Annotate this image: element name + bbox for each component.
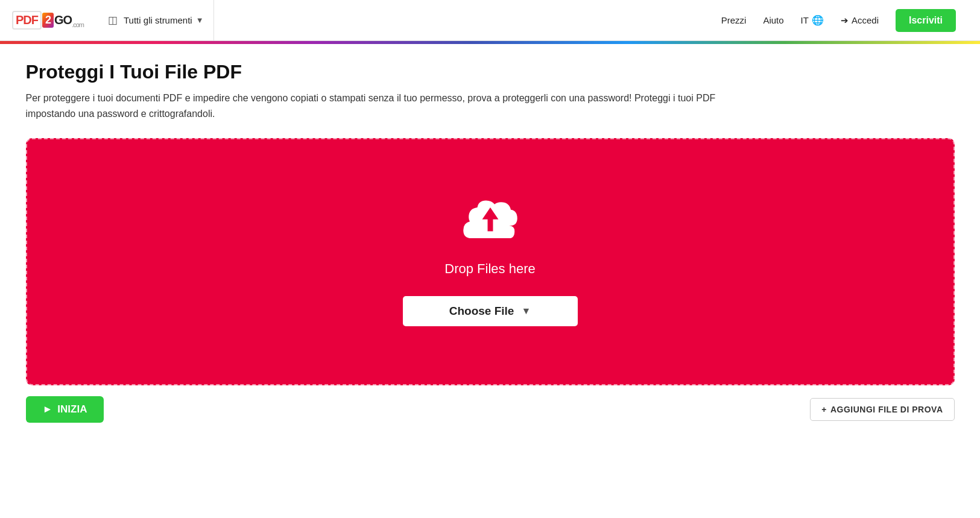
logo-d: D — [23, 13, 31, 27]
accedi-arrow-icon: ➔ — [841, 15, 849, 26]
cloud-upload-icon — [457, 198, 523, 249]
inizia-button[interactable]: ► INIZIA — [26, 396, 104, 423]
choose-file-label: Choose File — [449, 305, 514, 318]
logo-2: 2 — [42, 13, 54, 28]
aggiungi-button[interactable]: + AGGIUNGI FILE DI PROVA — [810, 398, 954, 421]
tools-label: Tutti gli strumenti — [124, 15, 192, 25]
logo-pdf: PDF — [12, 11, 42, 30]
tools-chevron-icon: ▼ — [196, 16, 204, 25]
lang-label: IT — [801, 15, 809, 25]
logo-f: F — [31, 13, 38, 27]
page-description: Per proteggere i tuoi documenti PDF e im… — [26, 90, 750, 121]
iscriviti-button[interactable]: Iscriviti — [896, 9, 956, 32]
inizia-label: INIZIA — [57, 403, 87, 415]
choose-file-chevron-icon: ▼ — [521, 306, 531, 317]
logo[interactable]: PDF 2 GO.com — [12, 11, 84, 30]
aiuto-link[interactable]: Aiuto — [763, 15, 783, 25]
choose-file-button[interactable]: Choose File ▼ — [403, 296, 578, 326]
aggiungi-label: AGGIUNGI FILE DI PROVA — [830, 405, 943, 414]
upload-icon-container — [457, 198, 523, 251]
bottom-bar: ► INIZIA + AGGIUNGI FILE DI PROVA — [26, 385, 955, 429]
main-content: Proteggi I Tuoi File PDF Per proteggere … — [14, 44, 967, 441]
accedi-label: Accedi — [852, 15, 879, 25]
logo-box: PDF 2 GO.com — [12, 11, 84, 30]
language-selector[interactable]: IT 🌐 — [801, 14, 824, 26]
globe-icon: 🌐 — [812, 14, 824, 26]
logo-go: GO — [54, 13, 72, 27]
logo-p: P — [16, 13, 23, 27]
accedi-button[interactable]: ➔ Accedi — [841, 15, 879, 26]
inizia-arrow-icon: ► — [43, 403, 53, 415]
page-title: Proteggi I Tuoi File PDF — [26, 61, 955, 83]
drop-text: Drop Files here — [444, 261, 535, 277]
header: PDF 2 GO.com ◫ Tutti gli strumenti ▼ Pre… — [0, 0, 980, 41]
logo-com: .com — [72, 21, 84, 28]
prezzi-link[interactable]: Prezzi — [721, 15, 747, 25]
nav-right: Prezzi Aiuto IT 🌐 ➔ Accedi Iscriviti — [721, 9, 956, 32]
tools-menu[interactable]: ◫ Tutti gli strumenti ▼ — [98, 0, 214, 40]
drop-zone[interactable]: Drop Files here Choose File ▼ — [26, 138, 955, 385]
grid-icon: ◫ — [108, 14, 118, 27]
aggiungi-plus-icon: + — [821, 405, 827, 414]
